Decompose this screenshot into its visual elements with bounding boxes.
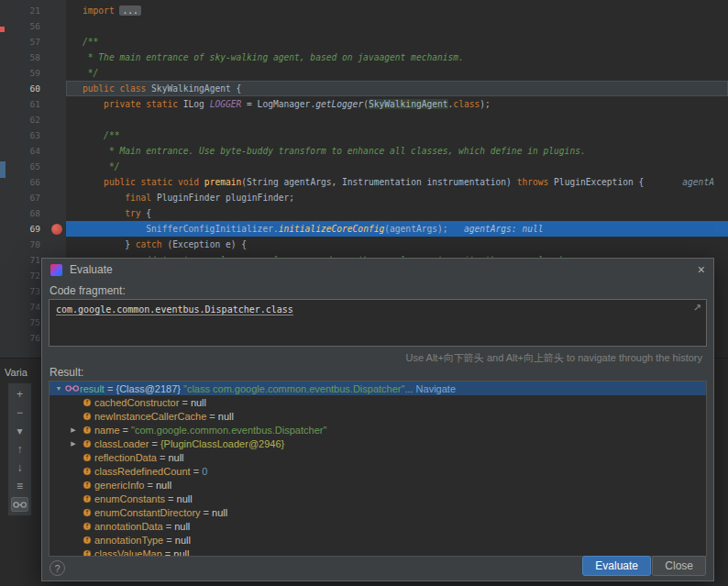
code-text[interactable]: */ — [66, 159, 728, 174]
gutter[interactable]: 60 — [0, 81, 66, 96]
remove-watch-icon[interactable]: − — [11, 405, 28, 420]
code-line-57[interactable]: 57/** — [0, 34, 728, 50]
code-line-66[interactable]: 66 public static void premain(String age… — [0, 174, 728, 190]
code-line-69[interactable]: 69 SnifferConfigInitializer.initializeCo… — [0, 221, 728, 237]
code-text[interactable]: import ... — [66, 3, 728, 18]
gutter[interactable]: 64 — [0, 143, 66, 159]
gutter[interactable]: 63 — [0, 127, 66, 143]
line-number: 62 — [0, 112, 40, 127]
code-text[interactable]: * Main entrance. Use byte-buddy transfor… — [66, 143, 728, 159]
variable-row-enumConstantDirectory[interactable]: fenumConstantDirectory = null — [50, 505, 706, 519]
variable-row-newInstanceCallerCache[interactable]: fnewInstanceCallerCache = null — [50, 409, 706, 423]
code-segment: LOGGER — [210, 99, 242, 109]
code-text[interactable]: try { — [66, 205, 728, 221]
chevron-expanded-icon[interactable]: ▼ — [53, 385, 64, 392]
code-text[interactable]: final PluginFinder pluginFinder; — [66, 190, 728, 205]
gutter[interactable]: 56 — [0, 18, 66, 34]
chevron-collapsed-icon[interactable]: ▶ — [68, 426, 79, 434]
code-line-56[interactable]: 56 — [0, 18, 728, 34]
gutter[interactable]: 62 — [0, 112, 66, 127]
layout-icon[interactable]: ≡ — [11, 479, 28, 493]
svg-text:f: f — [85, 468, 89, 475]
code-line-62[interactable]: 62 — [0, 112, 728, 127]
close-icon[interactable]: × — [698, 262, 705, 277]
chevron-collapsed-icon[interactable]: ▶ — [68, 440, 79, 448]
gutter[interactable]: 69 — [0, 221, 66, 237]
code-segment: (String agentArgs, Instrumentation instr… — [241, 177, 516, 187]
svg-text:f: f — [85, 454, 89, 461]
add-watch-icon[interactable]: + — [11, 387, 28, 402]
variable-row-annotationData[interactable]: fannotationData = null — [50, 519, 706, 533]
code-text[interactable]: /** — [66, 34, 728, 50]
dialog-titlebar[interactable]: Evaluate × — [42, 259, 713, 281]
variable-row-classRedefinedCount[interactable]: fclassRedefinedCount = 0 — [50, 464, 706, 478]
navigate-link[interactable]: Navigate — [416, 383, 456, 394]
code-text[interactable]: private static ILog LOGGER = LogManager.… — [66, 96, 728, 112]
code-line-68[interactable]: 68 try { — [0, 205, 728, 221]
variable-row-result[interactable]: ▼result = {Class@2187} "class com.google… — [50, 381, 706, 395]
gutter[interactable]: 65 — [0, 159, 66, 174]
close-button[interactable]: Close — [652, 556, 706, 576]
code-line-60[interactable]: 60public class SkyWalkingAgent { — [0, 81, 728, 96]
code-segment — [83, 177, 104, 187]
code-line-70[interactable]: 70 } catch (Exception e) { — [0, 237, 728, 252]
expand-icon[interactable]: ↗ — [693, 302, 701, 314]
variable-value: null — [156, 480, 171, 491]
variable-row-genericInfo[interactable]: fgenericInfo = null — [50, 478, 706, 492]
gutter[interactable]: 58 — [0, 50, 66, 65]
code-text[interactable]: * The main entrance of sky-walking agent… — [66, 50, 728, 65]
line-number: 57 — [0, 34, 40, 50]
history-hint: Use Alt+向下箭头 and Alt+向上箭头 to navigate th… — [406, 351, 702, 365]
code-line-58[interactable]: 58 * The main entrance of sky-walking ag… — [0, 50, 728, 65]
collapse-all-icon[interactable]: ▾ — [11, 424, 28, 438]
gutter[interactable]: 70 — [0, 237, 66, 252]
gutter[interactable]: 57 — [0, 34, 66, 50]
breakpoint-icon[interactable] — [51, 224, 62, 235]
code-text[interactable]: public class SkyWalkingAgent { — [66, 81, 728, 96]
variable-value: "com.google.common.eventbus.Dispatcher" — [131, 425, 326, 436]
variable-row-classLoader[interactable]: ▶fclassLoader = {PluginClassLoader@2946} — [50, 437, 706, 450]
variable-value: "class com.google.common.eventbus.Dispat… — [183, 383, 404, 394]
line-number: 63 — [0, 127, 40, 143]
gutter[interactable]: 68 — [0, 205, 66, 221]
show-watches-icon[interactable] — [11, 497, 28, 512]
code-text[interactable]: /** — [66, 127, 728, 143]
variable-row-name[interactable]: ▶fname = "com.google.common.eventbus.Dis… — [50, 423, 706, 437]
gutter[interactable]: 66 — [0, 174, 66, 190]
code-text[interactable]: SnifferConfigInitializer.initializeCoreC… — [66, 221, 728, 237]
code-line-64[interactable]: 64 * Main entrance. Use byte-buddy trans… — [0, 143, 728, 159]
code-line-63[interactable]: 63 /** — [0, 127, 728, 143]
variables-tab[interactable]: Varia — [5, 367, 28, 378]
gutter[interactable]: 21 — [0, 3, 66, 18]
code-text[interactable]: public static void premain(String agentA… — [66, 174, 728, 190]
gutter[interactable]: 59 — [0, 65, 66, 81]
field-icon: f — [79, 398, 94, 407]
evaluate-button[interactable]: Evaluate — [582, 556, 651, 576]
code-fragment-input[interactable]: com.google.common.eventbus.Dispatcher.cl… — [49, 299, 707, 347]
code-line-67[interactable]: 67 final PluginFinder pluginFinder; — [0, 190, 728, 205]
variable-row-enumConstants[interactable]: fenumConstants = null — [50, 492, 706, 505]
move-up-icon[interactable]: ↑ — [11, 442, 28, 457]
code-segment — [83, 208, 125, 218]
gutter[interactable]: 61 — [0, 96, 66, 112]
variable-value: null — [177, 493, 193, 504]
code-text[interactable]: */ — [66, 65, 728, 81]
gutter[interactable]: 67 — [0, 190, 66, 205]
variable-value: = — [144, 480, 156, 491]
code-text[interactable]: } catch (Exception e) { — [66, 237, 728, 252]
move-down-icon[interactable]: ↓ — [11, 460, 28, 475]
field-icon: f — [79, 439, 94, 448]
code-line-65[interactable]: 65 */ — [0, 159, 728, 174]
help-button[interactable]: ? — [50, 560, 65, 576]
code-text[interactable] — [66, 18, 728, 34]
evaluate-dialog-icon — [50, 264, 62, 276]
code-text[interactable] — [66, 112, 728, 127]
code-line-61[interactable]: 61 private static ILog LOGGER = LogManag… — [0, 96, 728, 112]
code-line-59[interactable]: 59 */ — [0, 65, 728, 81]
code-line-21[interactable]: 21import ... — [0, 3, 728, 18]
variable-row-annotationType[interactable]: fannotationType = null — [50, 533, 706, 547]
variable-row-reflectionData[interactable]: freflectionData = null — [50, 450, 706, 464]
variable-row-cachedConstructor[interactable]: fcachedConstructor = null — [50, 395, 706, 409]
svg-text:f: f — [85, 481, 89, 489]
svg-text:f: f — [85, 440, 89, 448]
